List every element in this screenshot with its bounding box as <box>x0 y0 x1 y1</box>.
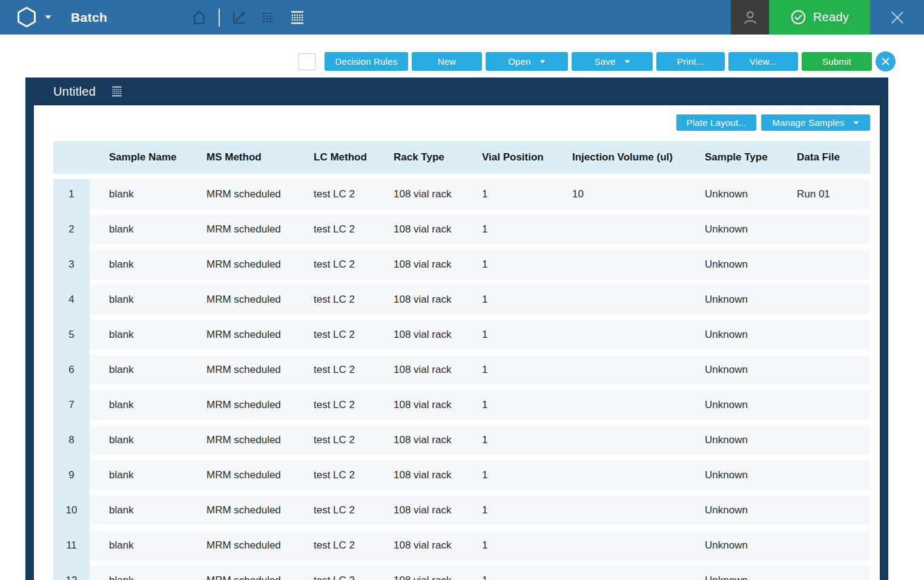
cell-data-file[interactable]: Run 01 <box>777 179 870 209</box>
table-row[interactable]: 6blankMRM scheduledtest LC 2108 vial rac… <box>53 355 870 384</box>
cell-rack-type[interactable]: 108 vial rack <box>374 179 463 209</box>
home-icon[interactable] <box>190 8 208 27</box>
cell-data-file[interactable] <box>777 320 870 349</box>
save-button[interactable]: Save <box>572 52 653 71</box>
cell-sample-name[interactable]: blank <box>90 530 187 560</box>
cell-sample-type[interactable]: Unknown <box>685 214 777 244</box>
cell-vial-position[interactable]: 1 <box>463 425 553 455</box>
column-header[interactable]: Sample Type <box>685 141 777 174</box>
row-number[interactable]: 3 <box>53 249 90 279</box>
column-header[interactable]: Sample Name <box>90 141 187 174</box>
cell-sample-type[interactable]: Unknown <box>685 425 777 455</box>
cell-sample-name[interactable]: blank <box>90 460 187 490</box>
cell-sample-name[interactable]: blank <box>90 179 187 209</box>
print-button[interactable]: Print... <box>656 52 725 71</box>
cell-vial-position[interactable]: 1 <box>463 565 553 580</box>
column-header[interactable]: Data File <box>777 141 870 174</box>
table-row[interactable]: 5blankMRM scheduledtest LC 2108 vial rac… <box>53 320 870 349</box>
cell-vial-position[interactable]: 1 <box>463 530 553 560</box>
cell-rack-type[interactable]: 108 vial rack <box>374 320 463 349</box>
cell-lc-method[interactable]: test LC 2 <box>294 495 374 525</box>
cell-vial-position[interactable]: 1 <box>463 285 553 314</box>
cell-sample-name[interactable]: blank <box>90 249 187 279</box>
row-number[interactable]: 4 <box>53 285 90 314</box>
submit-button[interactable]: Submit <box>802 52 872 71</box>
cell-injection-volume[interactable] <box>553 460 685 490</box>
cell-sample-name[interactable]: blank <box>90 214 187 244</box>
cell-rack-type[interactable]: 108 vial rack <box>374 390 463 420</box>
table-row[interactable]: 9blankMRM scheduledtest LC 2108 vial rac… <box>53 460 870 490</box>
cell-rack-type[interactable]: 108 vial rack <box>374 285 463 314</box>
cell-sample-name[interactable]: blank <box>90 425 187 455</box>
cell-injection-volume[interactable] <box>553 425 685 455</box>
cell-data-file[interactable] <box>777 390 870 420</box>
cell-ms-method[interactable]: MRM scheduled <box>187 495 294 525</box>
batch-checkbox[interactable] <box>299 53 315 70</box>
analytics-chart-icon[interactable] <box>230 8 248 27</box>
row-number[interactable]: 9 <box>53 460 90 490</box>
column-header[interactable]: Vial Position <box>463 141 553 174</box>
cell-vial-position[interactable]: 1 <box>463 249 553 279</box>
row-number[interactable]: 10 <box>53 495 90 525</box>
cell-data-file[interactable] <box>777 425 870 455</box>
table-row[interactable]: 10blankMRM scheduledtest LC 2108 vial ra… <box>53 495 870 525</box>
column-header[interactable]: LC Method <box>294 141 374 174</box>
cell-sample-type[interactable]: Unknown <box>685 390 777 420</box>
row-number[interactable]: 1 <box>53 179 90 209</box>
cell-sample-name[interactable]: blank <box>90 390 187 420</box>
table-row[interactable]: 11blankMRM scheduledtest LC 2108 vial ra… <box>53 530 870 560</box>
cell-sample-type[interactable]: Unknown <box>685 285 777 314</box>
cell-injection-volume[interactable] <box>553 285 685 314</box>
cell-ms-method[interactable]: MRM scheduled <box>187 390 294 420</box>
table-row[interactable]: 12blankMRM scheduledtest LC 2108 vial ra… <box>53 565 870 580</box>
cell-sample-name[interactable]: blank <box>90 285 187 314</box>
cell-lc-method[interactable]: test LC 2 <box>294 214 374 244</box>
cell-injection-volume[interactable] <box>553 249 685 279</box>
cell-ms-method[interactable]: MRM scheduled <box>187 565 294 580</box>
cell-sample-type[interactable]: Unknown <box>685 249 777 279</box>
cell-sample-type[interactable]: Unknown <box>685 565 777 580</box>
column-header[interactable]: MS Method <box>187 141 294 174</box>
status-ready-button[interactable]: Ready <box>769 0 870 35</box>
cell-lc-method[interactable]: test LC 2 <box>294 530 374 560</box>
cell-data-file[interactable] <box>777 355 870 384</box>
cell-ms-method[interactable]: MRM scheduled <box>187 249 294 279</box>
cell-injection-volume[interactable] <box>553 355 685 384</box>
column-header[interactable]: Injection Volume (ul) <box>553 141 685 174</box>
cell-ms-method[interactable]: MRM scheduled <box>187 425 294 455</box>
cell-ms-method[interactable]: MRM scheduled <box>187 530 294 560</box>
row-number[interactable]: 2 <box>53 214 90 244</box>
view-button[interactable]: View... <box>728 52 798 71</box>
table-row[interactable]: 7blankMRM scheduledtest LC 2108 vial rac… <box>53 390 870 420</box>
cell-sample-name[interactable]: blank <box>90 320 187 349</box>
cell-sample-type[interactable]: Unknown <box>685 320 777 349</box>
cell-ms-method[interactable]: MRM scheduled <box>187 355 294 384</box>
row-number[interactable]: 7 <box>53 390 90 420</box>
table-row[interactable]: 2blankMRM scheduledtest LC 2108 vial rac… <box>53 214 870 244</box>
cell-data-file[interactable] <box>777 565 870 580</box>
cell-rack-type[interactable]: 108 vial rack <box>374 214 463 244</box>
cell-vial-position[interactable]: 1 <box>463 355 553 384</box>
row-number[interactable]: 5 <box>53 320 90 349</box>
row-number[interactable]: 12 <box>53 565 90 580</box>
cell-data-file[interactable] <box>777 249 870 279</box>
cell-lc-method[interactable]: test LC 2 <box>294 355 374 384</box>
queue-icon[interactable] <box>259 8 277 27</box>
cell-data-file[interactable] <box>777 530 870 560</box>
column-header[interactable]: Rack Type <box>374 141 463 174</box>
new-button[interactable]: New <box>412 52 482 71</box>
window-close-button[interactable] <box>870 0 924 35</box>
table-row[interactable]: 1blankMRM scheduledtest LC 2108 vial rac… <box>53 179 870 209</box>
cell-injection-volume[interactable] <box>553 214 685 244</box>
cell-sample-type[interactable]: Unknown <box>685 495 777 525</box>
cell-lc-method[interactable]: test LC 2 <box>294 285 374 314</box>
plate-layout-button[interactable]: Plate Layout... <box>676 114 756 131</box>
cell-lc-method[interactable]: test LC 2 <box>294 179 374 209</box>
open-button[interactable]: Open <box>486 52 568 71</box>
cell-sample-name[interactable]: blank <box>90 565 187 580</box>
user-button[interactable] <box>731 0 769 35</box>
cell-lc-method[interactable]: test LC 2 <box>294 460 374 490</box>
decision-rules-button[interactable]: Decision Rules <box>325 52 408 71</box>
cell-sample-name[interactable]: blank <box>90 355 187 384</box>
cell-data-file[interactable] <box>777 495 870 525</box>
